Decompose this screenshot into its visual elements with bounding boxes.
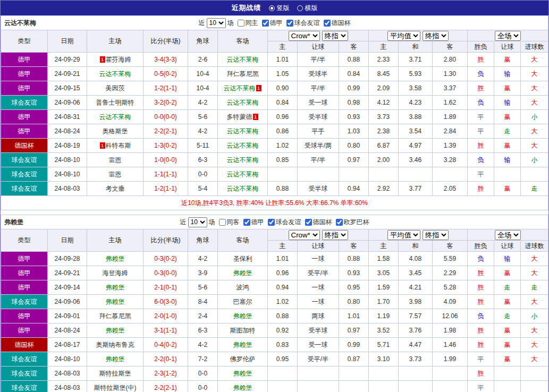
team-link[interactable]: 云达不莱梅 xyxy=(227,185,259,192)
radio-unselected-icon xyxy=(297,5,303,11)
result-cell: 负 xyxy=(468,96,494,110)
score-cell: 3-4(3-3) xyxy=(143,53,188,67)
league-filter[interactable]: 球会友谊 xyxy=(266,218,301,227)
team-link[interactable]: 弗赖堡 xyxy=(233,384,252,391)
asia-odds-cell: 0.94 xyxy=(339,182,369,196)
league-checkbox[interactable] xyxy=(286,20,293,27)
league-checkbox[interactable] xyxy=(305,219,312,226)
topbar: 近期战绩 竖版 横版 xyxy=(1,1,548,15)
stage-select[interactable]: 终指 xyxy=(322,31,348,41)
asia-odds-cell: 0.87 xyxy=(339,352,369,367)
score-cell: 2-1(0-1) xyxy=(143,280,188,295)
date-cell: 24-09-06 xyxy=(48,295,87,309)
league-filter[interactable]: 德甲 xyxy=(241,218,264,227)
result-cell: 走 xyxy=(494,124,521,139)
euro-odds-cell: 3.05 xyxy=(369,266,399,280)
score-cell: 1-1(1-1) xyxy=(143,167,188,182)
scope-select[interactable]: 全场 xyxy=(495,230,521,240)
team-link[interactable]: 弗赖堡 xyxy=(106,327,125,334)
league-checkbox[interactable] xyxy=(262,20,269,27)
team-link[interactable]: 斯特拉斯堡(中) xyxy=(94,384,137,391)
scope-select[interactable]: 全场 xyxy=(495,31,521,41)
bookmaker-select[interactable]: Crow* xyxy=(289,31,320,41)
league-checkbox[interactable] xyxy=(336,219,343,226)
table-row: 德国杯24-08-191科特布斯1-3(0-2)5-11云达不莱梅1.02受球半… xyxy=(1,139,548,153)
team-link[interactable]: 弗赖堡 xyxy=(233,370,252,377)
team-link[interactable]: 多特蒙德 xyxy=(227,113,252,121)
team-link[interactable]: 弗赖堡 xyxy=(106,298,125,305)
league-checkbox[interactable] xyxy=(268,219,275,226)
team-link[interactable]: 考文垂 xyxy=(106,185,125,192)
team-link[interactable]: 佛罗伦萨 xyxy=(230,355,256,363)
result-cell: 走 xyxy=(494,280,521,295)
team-link[interactable]: 波鸿 xyxy=(237,284,249,291)
team-link[interactable]: 斯特拉斯堡 xyxy=(99,370,131,377)
stage-select[interactable]: 终指 xyxy=(423,230,449,240)
layout-radio-horizontal[interactable]: 横版 xyxy=(297,4,318,13)
venue-filter[interactable]: 同客 xyxy=(217,218,240,227)
team-link[interactable]: 拜仁慕尼黑 xyxy=(227,70,259,78)
league-checkbox[interactable] xyxy=(324,20,331,27)
team-link[interactable]: 云达不莱梅 xyxy=(227,127,259,135)
team-link[interactable]: 云达不莱梅 xyxy=(224,84,256,92)
team-link[interactable]: 普鲁士明斯特 xyxy=(96,99,134,106)
team-link[interactable]: 弗赖堡 xyxy=(233,341,252,348)
team-link[interactable]: 弗赖堡 xyxy=(106,255,125,262)
team-link[interactable]: 斯图加特 xyxy=(230,327,256,334)
layout-radio-vertical[interactable]: 竖版 xyxy=(269,4,290,13)
league-filter[interactable]: 德国杯 xyxy=(322,19,351,28)
date-cell: 24-08-10 xyxy=(48,153,87,167)
table-row: 德甲24-08-31云达不莱梅0-0(0-0)5-6多特蒙德10.96受半球0.… xyxy=(1,110,548,124)
team-link[interactable]: 奥斯纳布鲁克 xyxy=(96,341,134,348)
match-count-select[interactable]: 10 xyxy=(207,18,226,28)
team-link[interactable]: 科特布斯 xyxy=(106,142,131,149)
team-link[interactable]: 弗赖堡 xyxy=(233,269,252,277)
team-link[interactable]: 拜仁慕尼黑 xyxy=(99,312,131,320)
euro-odds-cell: 2.92 xyxy=(369,182,399,196)
sub-header: 和 xyxy=(399,41,433,53)
team-link[interactable]: 海登海姆 xyxy=(103,269,128,277)
team-link[interactable]: 云达不莱梅 xyxy=(227,56,259,63)
venue-filter[interactable]: 同主 xyxy=(235,19,258,28)
result-cell: 大 xyxy=(521,338,548,352)
team-link[interactable]: 雷恩 xyxy=(109,171,122,178)
team-link[interactable]: 弗赖堡 xyxy=(106,355,125,363)
asia-odds-cell: 1.03 xyxy=(339,124,369,139)
team-link[interactable]: 弗赖堡 xyxy=(233,312,252,320)
team-link[interactable]: 云达不莱梅 xyxy=(99,113,131,121)
result-cell: 胜 xyxy=(468,81,494,96)
score-cell: 2-0(1-0) xyxy=(143,309,188,323)
team-link[interactable]: 云达不莱梅 xyxy=(227,142,259,149)
games-label: 场 xyxy=(209,218,215,227)
col-header: 类型 xyxy=(1,229,48,252)
stage-select[interactable]: 终指 xyxy=(423,31,449,41)
away-team-cell: 云达不莱梅 xyxy=(218,182,268,196)
stage-select[interactable]: 终指 xyxy=(322,230,348,240)
team-link[interactable]: 奥格斯堡 xyxy=(103,127,128,135)
venue-checkbox[interactable] xyxy=(219,219,226,226)
away-team-cell: 弗赖堡 xyxy=(218,381,268,392)
venue-checkbox[interactable] xyxy=(238,20,244,27)
team-link[interactable]: 巴塞尔 xyxy=(233,298,252,305)
team-link[interactable]: 弗赖堡 xyxy=(106,284,125,291)
league-checkbox[interactable] xyxy=(243,219,250,226)
team-link[interactable]: 云达不莱梅 xyxy=(99,70,131,78)
league-filter[interactable]: 球会友谊 xyxy=(284,19,320,28)
home-team-cell: 考文垂 xyxy=(87,182,143,196)
league-filter[interactable]: 德国杯 xyxy=(303,218,332,227)
average-select[interactable]: 平均值 xyxy=(387,230,420,240)
results-table: 云达不莱梅近10场同主德甲球会友谊德国杯类型日期主场比分(半场)角球客场Crow… xyxy=(1,15,548,210)
team-link[interactable]: 云达不莱梅 xyxy=(227,171,259,178)
team-link[interactable]: 圣保利 xyxy=(233,255,252,262)
average-select[interactable]: 平均值 xyxy=(387,31,420,41)
league-filter[interactable]: 德甲 xyxy=(260,19,283,28)
match-count-select[interactable]: 10 xyxy=(188,217,207,227)
team-link[interactable]: 云达不莱梅 xyxy=(227,156,259,164)
team-link[interactable]: 美因茨 xyxy=(106,84,125,92)
team-link[interactable]: 雷恩 xyxy=(109,156,122,164)
team-link[interactable]: 霍芬海姆 xyxy=(106,56,131,63)
league-badge: 球会友谊 xyxy=(1,295,48,309)
bookmaker-select[interactable]: Crow* xyxy=(289,230,320,240)
team-link[interactable]: 云达不莱梅 xyxy=(227,99,259,106)
league-filter[interactable]: 欧罗巴杯 xyxy=(334,218,369,227)
